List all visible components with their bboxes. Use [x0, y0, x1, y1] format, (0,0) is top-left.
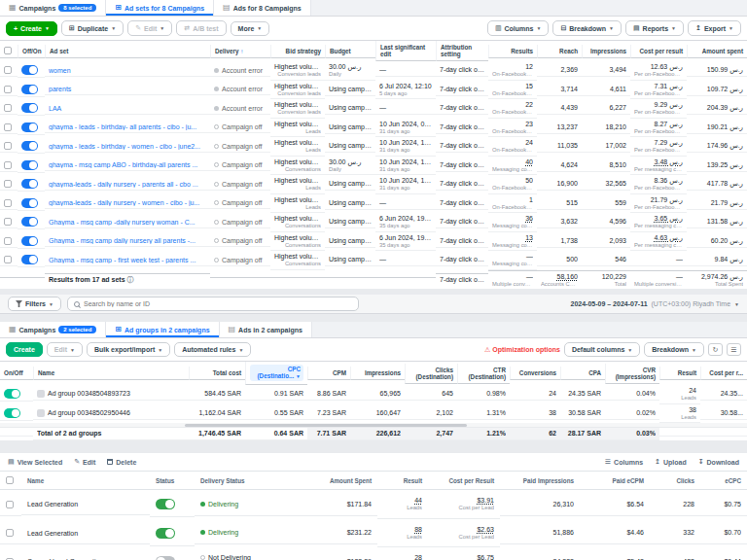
adset-name-link[interactable]: ghayma - leads - birthday- all parents -… [49, 123, 206, 130]
upload-button[interactable]: ↥Upload [655, 458, 687, 466]
col-budget[interactable]: Budget [325, 45, 375, 58]
row-checkbox[interactable] [4, 180, 12, 188]
col-name[interactable]: Name [21, 472, 150, 490]
adset-toggle[interactable] [21, 122, 38, 132]
table-row[interactable]: Ad group 00348502950446 1,162.04 SAR 0.5… [0, 404, 747, 424]
col-cpc[interactable]: CPC (Destinatio... ▼ [245, 362, 307, 385]
col-status[interactable]: Status [150, 472, 195, 490]
col-delivery-status[interactable]: Delivery Status [195, 472, 300, 490]
adset-name-link[interactable]: LAA [49, 105, 206, 112]
row-checkbox[interactable] [4, 237, 12, 245]
col-paid-impressions[interactable]: Paid Impressions [500, 472, 580, 490]
adset-name-link[interactable]: women [49, 67, 206, 74]
row-checkbox[interactable] [6, 501, 14, 508]
tab-campaigns[interactable]: ▦Campaigns8 selected [0, 0, 106, 16]
col-impressions[interactable]: Impressions [582, 45, 630, 58]
cpc-metric-pill[interactable]: CPC (Destinatio... ▼ [250, 365, 303, 381]
adset-toggle[interactable] [21, 65, 38, 75]
col-bid-strategy[interactable]: Bid strategy [270, 45, 325, 58]
columns-button[interactable]: ☰Columns [605, 458, 643, 466]
table-row[interactable]: Ghayma - msg camp -daily nursery woman -… [0, 213, 747, 232]
scrollbar-thumb[interactable] [185, 424, 467, 427]
tab-campaigns[interactable]: ▦Campaigns2 selected [0, 322, 106, 337]
adset-toggle[interactable] [21, 85, 38, 94]
campaign-toggle[interactable] [156, 499, 175, 509]
col-result[interactable]: Result [377, 472, 428, 490]
table-row[interactable]: Ghayma - msg camp daily nursery all pare… [0, 232, 747, 252]
col-name[interactable]: Name [33, 367, 189, 380]
duplicate-button[interactable]: ⊞Duplicate▼ [61, 20, 124, 36]
row-checkbox[interactable] [4, 161, 12, 169]
tab-ads[interactable]: ▤Ads in 2 campaigns [220, 322, 312, 337]
row-checkbox[interactable] [4, 142, 12, 150]
col-cost-per-result[interactable]: Cost per Result [428, 472, 500, 490]
edit-button[interactable]: ✎Edit [74, 458, 95, 466]
row-checkbox[interactable] [4, 199, 12, 207]
automated-rules-button[interactable]: Automated rules▼ [174, 342, 251, 357]
adset-name-link[interactable]: ghayma - leads - birthday - women - cibo… [49, 143, 206, 150]
table-row[interactable]: parents Account error Highest volumeConv… [0, 81, 747, 100]
adset-toggle[interactable] [21, 141, 38, 151]
row-checkbox[interactable] [4, 256, 12, 263]
breakdown-button[interactable]: ⊟Breakdown▼ [552, 20, 622, 36]
col-total-cost[interactable]: Total cost [189, 367, 245, 380]
col-cvr[interactable]: CVR (Impressions) [605, 364, 659, 384]
refresh-button[interactable]: ↻ [708, 343, 723, 356]
columns-button[interactable]: ▥Columns▼ [487, 20, 550, 36]
reports-button[interactable]: ▤Reports▼ [625, 20, 684, 36]
adset-toggle[interactable] [21, 103, 38, 113]
date-range-picker[interactable]: 2024-05-09 – 2024-07-11(UTC+03:00) Riyad… [571, 300, 739, 307]
more-button[interactable]: More▼ [231, 21, 270, 36]
ab-test-button[interactable]: ⇄A/B test [176, 20, 226, 36]
optimization-options-button[interactable]: ⚠Optimization options [484, 346, 560, 354]
row-checkbox[interactable] [4, 104, 12, 112]
adset-toggle[interactable] [21, 255, 38, 264]
campaign-toggle[interactable] [156, 528, 175, 539]
col-delivery[interactable]: Delivery ↑ [210, 45, 270, 58]
col-cpa[interactable]: CPA [560, 367, 605, 380]
adset-name-link[interactable]: Ghayma - msg camp - first week test - pa… [49, 257, 206, 263]
table-row[interactable]: ghayma - leads - birthday- all parents -… [0, 119, 747, 138]
adset-toggle[interactable] [21, 179, 38, 189]
col-ctr[interactable]: CTR (Destination) [457, 364, 510, 384]
select-all-checkbox[interactable] [6, 476, 14, 484]
col-results[interactable]: Results [488, 45, 537, 58]
col-amount-spent[interactable]: Amount spent [687, 45, 747, 58]
tab-ads[interactable]: ▤Ads for 8 Campaigns [214, 0, 311, 16]
table-row[interactable]: Ghayma - msg camp - first week test - pa… [0, 251, 747, 270]
col-attribution[interactable]: Attribution setting [436, 41, 488, 61]
table-row[interactable]: Lead Generation Delivering $231.22 88Lea… [0, 519, 747, 548]
default-columns-button[interactable]: Default columns▼ [564, 342, 640, 357]
create-button[interactable]: +Create▼ [6, 21, 57, 36]
adset-name-link[interactable]: ghayma-leads - daily nursery - women - c… [49, 199, 206, 206]
col-result[interactable]: Result [659, 367, 700, 380]
table-settings-button[interactable]: ☰ [727, 343, 741, 356]
row-checkbox[interactable] [4, 218, 12, 226]
table-row[interactable]: women Account error Highest volumeConver… [0, 61, 747, 81]
tab-adsets[interactable]: ⊞Ad sets for 8 Campaigns [106, 0, 214, 16]
table-row[interactable]: LAA Account error Highest volumeConversi… [0, 99, 747, 119]
ad-group-toggle[interactable] [4, 389, 20, 399]
table-row[interactable]: Copy of Lead Generation Not DeliveringCa… [0, 547, 747, 560]
col-last-edit[interactable]: Last significant edit [375, 41, 436, 61]
col-cost-per-result[interactable]: Cost per r... [700, 367, 747, 380]
col-adset[interactable]: Ad set [45, 45, 210, 58]
col-ecpc[interactable]: eCPC [700, 472, 747, 490]
tab-ad-groups[interactable]: ⊞Ad groups in 2 campaigns [106, 322, 219, 337]
col-impressions[interactable]: Impressions [350, 367, 405, 380]
table-row[interactable]: ghayma - msg camp ABO - birthday-all par… [0, 157, 747, 176]
table-row[interactable]: ghayma-leads - daily nursery - women - c… [0, 194, 747, 214]
row-checkbox[interactable] [6, 529, 14, 537]
select-all-checkbox[interactable] [4, 47, 12, 54]
create-button[interactable]: Create [6, 342, 43, 357]
col-paid-ecpm[interactable]: Paid eCPM [580, 472, 650, 490]
adset-name-link[interactable]: ghayma-leads - daily nursery - parents a… [49, 181, 206, 188]
row-checkbox[interactable] [4, 123, 12, 131]
bulk-export-import-button[interactable]: Bulk export/import▼ [87, 342, 170, 357]
col-conversions[interactable]: Conversions [510, 367, 560, 380]
search-input[interactable] [84, 300, 352, 307]
filters-button[interactable]: Filters▼ [8, 297, 61, 311]
col-cost-per-result[interactable]: Cost per result [630, 45, 687, 58]
col-amount-spent[interactable]: Amount Spent [300, 472, 377, 490]
col-cpm[interactable]: CPM [307, 367, 350, 380]
